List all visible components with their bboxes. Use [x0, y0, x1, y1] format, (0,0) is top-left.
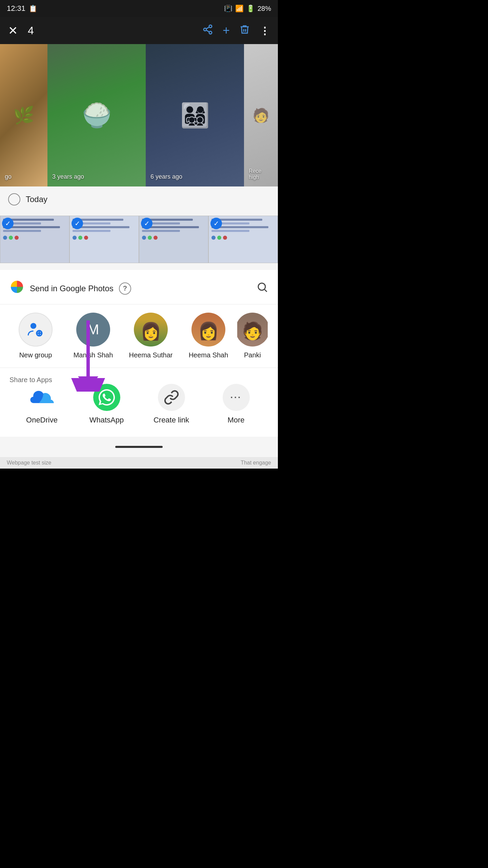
svg-point-5	[258, 283, 265, 290]
page-bottom-left: Webpage test size	[7, 460, 51, 466]
search-button[interactable]	[256, 281, 268, 296]
contact-new-group[interactable]: New group	[7, 313, 64, 359]
photo-4[interactable]: 🧑 Recehigh	[244, 44, 278, 186]
heema-shah-label: Heema Shah	[189, 351, 228, 359]
check-4: ✓	[210, 218, 222, 229]
photo-3[interactable]: 👨‍👩‍👧‍👦 6 years ago	[146, 44, 244, 186]
gp-header: Send in Google Photos ?	[0, 270, 278, 304]
check-3: ✓	[141, 218, 152, 229]
page-bottom: Webpage test size That engage	[0, 457, 278, 469]
svg-line-3	[206, 30, 209, 32]
delete-icon[interactable]	[239, 24, 250, 37]
gp-title: Send in Google Photos	[30, 284, 114, 293]
contact-panki[interactable]: 🧑 Panki	[237, 313, 268, 359]
bottom-sheet: Send in Google Photos ? New group	[0, 270, 278, 437]
help-button[interactable]: ?	[119, 282, 131, 295]
app-whatsapp[interactable]: WhatsApp	[80, 384, 134, 425]
create-link-icon	[158, 384, 185, 411]
heema-shah-avatar: 👩	[191, 313, 225, 347]
share-icon[interactable]	[202, 24, 213, 37]
photo-4-label: Recehigh	[249, 168, 261, 180]
svg-point-7	[30, 323, 36, 329]
more-icon: ···	[223, 384, 250, 411]
bottom-nav	[0, 437, 278, 457]
notification-icon: 📋	[29, 4, 37, 13]
screenshot-4[interactable]: ✓	[208, 216, 278, 263]
gp-left: Send in Google Photos ?	[9, 279, 131, 297]
panki-avatar: 🧑	[237, 313, 268, 347]
app-more[interactable]: ··· More	[209, 384, 263, 425]
app-onedrive[interactable]: OneDrive	[15, 384, 69, 425]
new-group-label: New group	[19, 351, 52, 359]
google-photos-logo	[9, 279, 24, 297]
onedrive-icon	[28, 384, 56, 411]
create-link-label: Create link	[154, 416, 189, 425]
today-label: Today	[26, 195, 47, 204]
status-left: 12:31 📋	[7, 4, 37, 13]
manish-label: Manish Shah	[74, 351, 113, 359]
top-toolbar: ✕ 4 + ⋮	[0, 17, 278, 44]
check-1: ✓	[2, 218, 14, 229]
more-options-icon[interactable]: ⋮	[260, 25, 270, 37]
whatsapp-label: WhatsApp	[89, 416, 124, 425]
manish-avatar: M	[76, 313, 110, 347]
contact-heema-suthar[interactable]: 👩 Heema Suthar	[122, 313, 180, 359]
new-group-avatar	[19, 313, 53, 347]
vibrate-icon: 📳	[224, 4, 232, 13]
svg-point-2	[209, 31, 212, 34]
battery-percent: 28%	[258, 5, 271, 13]
svg-point-0	[209, 25, 212, 27]
photo-2[interactable]: 🍚 3 years ago	[47, 44, 146, 186]
battery-icon: 🔋	[246, 4, 255, 13]
heema-suthar-avatar: 👩	[134, 313, 168, 347]
photo-1-label: go	[5, 173, 12, 180]
app-create-link[interactable]: Create link	[144, 384, 199, 425]
contact-heema-shah[interactable]: 👩 Heema Shah	[180, 313, 237, 359]
add-icon[interactable]: +	[223, 23, 230, 38]
photo-3-label: 6 years ago	[150, 173, 182, 180]
screenshot-2[interactable]: ✓	[69, 216, 139, 263]
select-all-circle[interactable]	[8, 193, 20, 205]
photos-grid: 🌿 go 🍚 3 years ago 👨‍👩‍👧‍👦 6 years ago 🧑…	[0, 44, 278, 186]
contacts-row: New group M Manish Shah 👩 Heema Suthar 👩…	[0, 304, 278, 368]
screenshot-1[interactable]: ✓	[0, 216, 69, 263]
screenshot-3[interactable]: ✓	[139, 216, 208, 263]
share-section: Share to Apps OneDrive	[0, 368, 278, 430]
selected-section-header: Today	[0, 186, 278, 212]
apps-row: OneDrive WhatsApp	[9, 384, 268, 430]
screenshots-row: ✓ ✓ ✓	[0, 212, 278, 270]
wifi-icon: 📶	[235, 4, 244, 13]
svg-line-4	[206, 27, 209, 28]
page-bottom-right: That engage	[241, 460, 271, 466]
status-bar: 12:31 📋 📳 📶 🔋 28%	[0, 0, 278, 17]
contact-manish[interactable]: M Manish Shah	[64, 313, 122, 359]
onedrive-label: OneDrive	[26, 416, 58, 425]
time: 12:31	[7, 4, 25, 13]
photo-2-label: 3 years ago	[52, 173, 84, 180]
status-right: 📳 📶 🔋 28%	[224, 4, 271, 13]
nav-pill	[115, 446, 163, 448]
toolbar-left: ✕ 4	[8, 24, 196, 37]
toolbar-actions: + ⋮	[202, 23, 270, 38]
photo-1[interactable]: 🌿 go	[0, 44, 47, 186]
whatsapp-icon	[93, 384, 120, 411]
share-title: Share to Apps	[9, 376, 52, 383]
close-button[interactable]: ✕	[8, 24, 18, 37]
check-2: ✓	[72, 218, 83, 229]
more-label: More	[227, 416, 244, 425]
panki-label: Panki	[244, 351, 261, 359]
heema-suthar-label: Heema Suthar	[129, 351, 173, 359]
selection-count: 4	[28, 24, 34, 37]
svg-point-1	[204, 28, 206, 31]
svg-line-6	[265, 289, 267, 292]
